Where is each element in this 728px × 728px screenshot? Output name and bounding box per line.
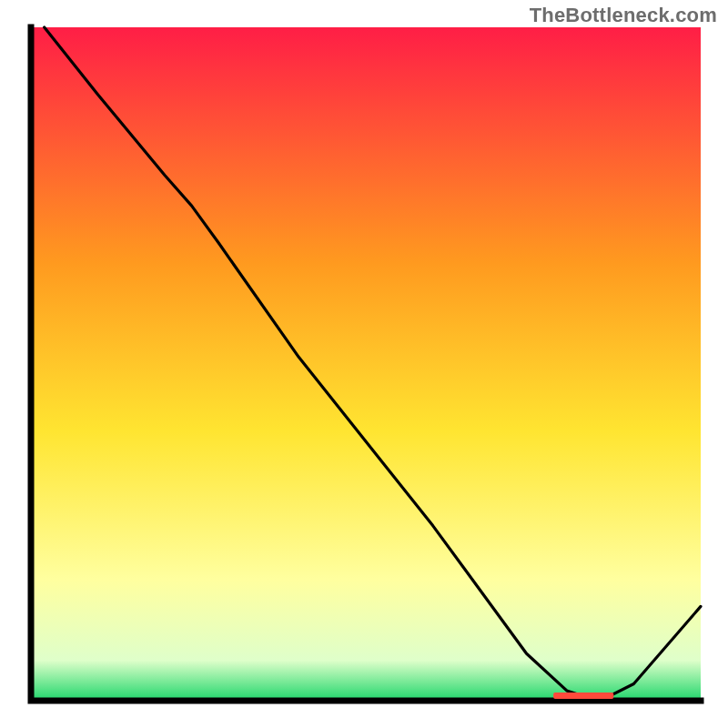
bottleneck-chart bbox=[0, 0, 728, 728]
gradient-background bbox=[31, 27, 701, 701]
chart-container: { "watermark": "TheBottleneck.com", "cha… bbox=[0, 0, 728, 728]
minimum-marker bbox=[553, 693, 613, 699]
